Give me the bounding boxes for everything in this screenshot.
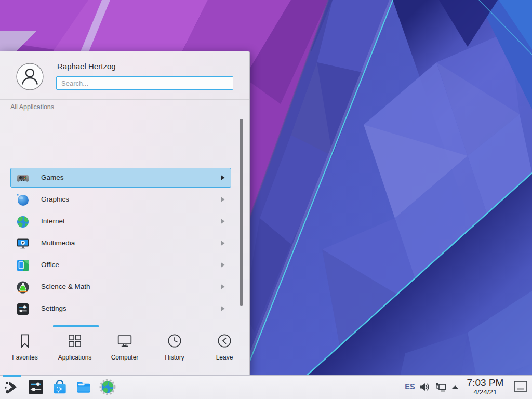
tab-history[interactable]: History [150,324,200,375]
file-manager-button[interactable] [75,378,92,396]
launcher-tab-bar: Favorites Applications Computer [0,324,249,375]
category-row-science-math[interactable]: Science & Math [10,277,231,297]
submenu-arrow-icon [221,262,225,268]
section-label: All Applications [10,103,54,111]
category-row-settings[interactable]: Settings [10,299,231,318]
submenu-arrow-icon [221,197,225,202]
category-row-games[interactable]: Games [10,168,231,188]
clock-time: 7:03 PM [462,377,508,388]
volume-icon[interactable] [418,381,431,393]
tab-applications[interactable]: Applications [50,324,100,375]
submenu-arrow-icon [221,284,225,289]
text-cursor [60,79,60,87]
category-row-internet[interactable]: Internet [10,211,231,231]
launcher-header: Raphael Hertzog [0,51,249,100]
desktop: Raphael Hertzog All Applications Games [0,0,532,399]
bookmark-icon [17,332,33,349]
tab-leave[interactable]: Leave [200,324,249,375]
application-launcher-button[interactable] [3,378,21,396]
keyboard-layout-indicator[interactable]: ES [403,379,417,394]
tab-computer[interactable]: Computer [100,324,150,375]
category-row-office[interactable]: Office [10,255,231,275]
science-math-icon [16,281,30,294]
system-settings-button[interactable] [27,378,45,396]
network-icon[interactable] [434,381,447,393]
application-category-list: Games Graphics [0,113,250,325]
search-input[interactable] [56,76,233,90]
settings-icon [16,302,30,316]
kickoff-launcher-popup: Raphael Hertzog All Applications Games [0,51,250,375]
digital-clock[interactable]: 7:03 PM 4/24/21 [462,377,508,396]
category-row-multimedia[interactable]: Multimedia [10,233,231,253]
submenu-arrow-icon [221,219,225,224]
submenu-arrow-icon [221,175,225,180]
web-browser-button[interactable] [99,378,116,396]
user-name: Raphael Hertzog [57,62,116,71]
expand-tray-icon[interactable] [449,381,461,393]
user-avatar-icon[interactable] [16,63,44,90]
multimedia-icon [16,237,30,250]
scrollbar[interactable] [240,119,243,306]
submenu-arrow-icon [221,306,225,311]
show-desktop-button[interactable] [513,379,528,394]
internet-icon [16,215,30,229]
discover-button[interactable] [51,378,69,396]
games-icon [16,171,30,185]
submenu-arrow-icon [221,241,225,246]
monitor-icon [116,332,133,349]
category-row-graphics[interactable]: Graphics [10,190,231,209]
clock-date: 4/24/21 [462,388,508,396]
graphics-icon [16,193,30,207]
clock-icon [166,332,183,349]
office-icon [16,259,30,272]
tab-favorites[interactable]: Favorites [0,324,50,375]
grid-icon [66,332,83,349]
leave-icon [216,332,233,349]
launcher-active-indicator [3,375,21,377]
